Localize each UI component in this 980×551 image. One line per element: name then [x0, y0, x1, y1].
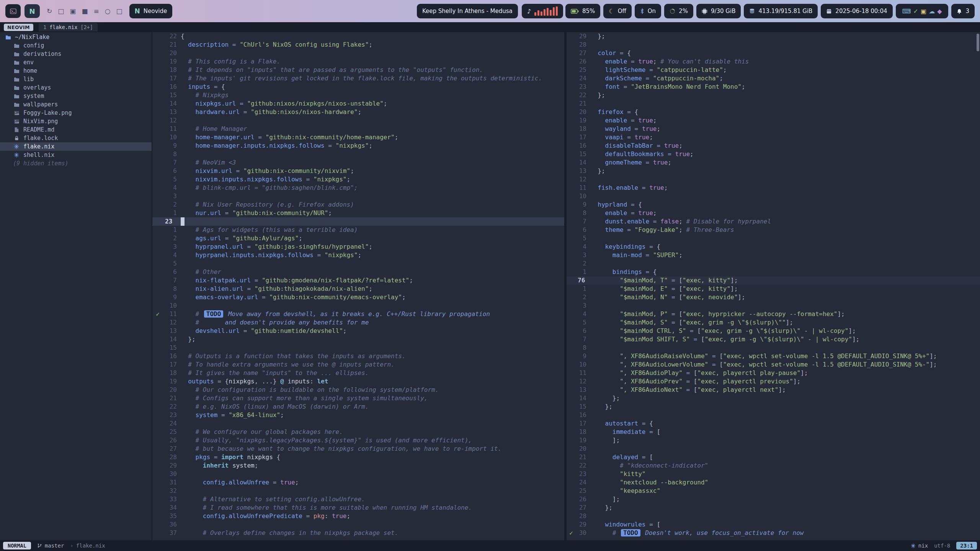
workspace-icon[interactable]: ○: [105, 7, 111, 15]
code-line[interactable]: 19 ];: [567, 436, 980, 445]
code-line[interactable]: 3: [567, 302, 980, 310]
code-line[interactable]: 2 "$mainMod, N" = ["exec, neovide"];: [567, 293, 980, 302]
music-visualizer-pill[interactable]: ♪: [522, 4, 563, 18]
code-line[interactable]: 10: [567, 192, 980, 201]
code-line[interactable]: 11 ", XF86AudioPlay" = ["exec, playerctl…: [567, 369, 980, 377]
code-line[interactable]: 2 ags.url = "github:Aylur/ags";: [152, 234, 564, 243]
code-line[interactable]: 13 hardware.url = "github:nixos/nixos-ha…: [152, 108, 564, 116]
code-line[interactable]: 13 ", XF86AudioNext" = ["exec, playerctl…: [567, 386, 980, 394]
disk-module[interactable]: 413.19/915.81 GiB: [744, 4, 818, 18]
code-line[interactable]: 21: [567, 99, 980, 108]
code-line[interactable]: 17 # To handle extra arguments we use th…: [152, 360, 564, 369]
tree-item-lib[interactable]: lib: [0, 75, 152, 83]
tree-root-nixflake[interactable]: ~/NixFlake: [0, 33, 152, 41]
code-line[interactable]: 24: [152, 419, 564, 428]
code-line[interactable]: 34 # I read somewhere that this is more …: [152, 504, 564, 512]
code-line[interactable]: 19 outputs = {nixpkgs, ...} @ inputs: le…: [152, 377, 564, 386]
code-line[interactable]: 7 nix-flatpak.url = "github:gmodena/nix-…: [152, 276, 564, 285]
workspace-icon[interactable]: ▣: [70, 7, 76, 15]
code-line[interactable]: 27 # but because we want to change the n…: [152, 445, 564, 453]
code-line[interactable]: 22 # "kdeconnect-indicator": [567, 461, 980, 470]
tree-item-NixVim.png[interactable]: NixVim.png: [0, 117, 152, 126]
code-line[interactable]: 11 # Home Manager: [152, 125, 564, 133]
code-line[interactable]: 30: [152, 470, 564, 478]
code-line[interactable]: 15: [152, 344, 564, 352]
code-line[interactable]: 32: [152, 487, 564, 495]
code-line[interactable]: 19 enable = true;: [567, 116, 980, 125]
code-line[interactable]: 16 inputs = {: [152, 83, 564, 91]
code-line[interactable]: 2: [567, 259, 980, 268]
app-icon[interactable]: ◆: [937, 8, 942, 15]
workspace-icon[interactable]: ■: [82, 7, 88, 15]
code-line[interactable]: 21 delayed = [: [567, 453, 980, 461]
code-line[interactable]: 8: [567, 344, 980, 352]
code-line[interactable]: 76 "$mainMod, T" = ["exec, kitty"];: [567, 276, 980, 285]
code-line[interactable]: 35 config.allowUnfreePredicate = pkg: tr…: [152, 512, 564, 520]
code-line[interactable]: 15 # Nixpkgs: [152, 91, 564, 99]
code-line[interactable]: 5: [567, 234, 980, 243]
code-line[interactable]: 12: [567, 175, 980, 184]
code-line[interactable]: 10: [152, 302, 564, 310]
code-line[interactable]: 27 };: [567, 504, 980, 512]
code-line[interactable]: 9 emacs-overlay.url = "github:nix-commun…: [152, 293, 564, 302]
check-icon[interactable]: ✓: [913, 8, 918, 15]
code-line[interactable]: 8 nix-alien.url = "github:thiagokokada/n…: [152, 285, 564, 293]
code-line[interactable]: 2 # Nix User Repository (e.g. Firefox ad…: [152, 201, 564, 209]
code-line[interactable]: 14 gnomeTheme = true;: [567, 158, 980, 167]
tree-item-Foggy-Lake.png[interactable]: Foggy-Lake.png: [0, 109, 152, 117]
code-line[interactable]: 4 keybindings = {: [567, 243, 980, 251]
code-line[interactable]: 8 enable = true;: [567, 209, 980, 217]
code-line[interactable]: 27 color = {: [567, 49, 980, 57]
code-line[interactable]: 11 fish.enable = true;: [567, 184, 980, 192]
code-line[interactable]: 20: [152, 49, 564, 57]
code-line[interactable]: 26 # Usually, "nixpkgs.legacyPackages.${…: [152, 436, 564, 445]
tree-item-config[interactable]: config: [0, 41, 152, 50]
code-line[interactable]: 5 "$mainMod, S" = ["exec, grim -g \"$(sl…: [567, 318, 980, 327]
code-line[interactable]: 26 ];: [567, 495, 980, 504]
code-line[interactable]: 7 # NeoVim <3: [152, 158, 564, 167]
code-line[interactable]: 3 main-mod = "SUPER";: [567, 251, 980, 259]
code-line[interactable]: 20: [567, 445, 980, 453]
code-line[interactable]: 1 # Ags for widgets (this was a terrible…: [152, 226, 564, 234]
code-line[interactable]: 23 "kitty": [567, 470, 980, 478]
code-line[interactable]: 26 enable = true; # You can't disable th…: [567, 57, 980, 66]
tree-item-system[interactable]: system: [0, 92, 152, 100]
code-line[interactable]: 4 # blink-cmp.url = "github:saghen/blink…: [152, 184, 564, 192]
workspace-icon[interactable]: ↻: [47, 7, 52, 15]
workspace-neovide[interactable]: N: [24, 4, 40, 18]
code-line[interactable]: 5: [152, 259, 564, 268]
dnd-module[interactable]: ☾ Off: [603, 4, 632, 18]
tree-item-shell.nix[interactable]: shell.nix: [0, 151, 152, 159]
code-line[interactable]: 24 "nextcloud --background": [567, 478, 980, 487]
code-line[interactable]: 4 "$mainMod, P" = ["exec, hyprpicker --a…: [567, 310, 980, 318]
code-line[interactable]: 20 firefox = {: [567, 108, 980, 116]
code-line[interactable]: 23 font = "JetBrainsMono Nerd Font Mono"…: [567, 83, 980, 91]
code-line[interactable]: 13 };: [567, 167, 980, 175]
code-line[interactable]: 17 # The inputs' git revisions get locke…: [152, 74, 564, 83]
code-line[interactable]: 1 bindings = {: [567, 268, 980, 276]
code-line[interactable]: 20 # Our configuration is buildable on t…: [152, 386, 564, 394]
code-line[interactable]: 25 lightScheme = "catppuccin-latte";: [567, 66, 980, 74]
code-line[interactable]: 22 # e.g. NixOS (linux) and MacOS (darwi…: [152, 403, 564, 411]
code-line[interactable]: 36: [152, 520, 564, 529]
code-line[interactable]: 12 # and doesn't provide any benefits fo…: [152, 318, 564, 327]
code-line[interactable]: 3 hyprpanel.url = "github:jas-singhfsu/h…: [152, 243, 564, 251]
cloud-icon[interactable]: ☁: [929, 8, 935, 15]
code-line[interactable]: 15 };: [567, 403, 980, 411]
keyboard-icon[interactable]: ⌨: [902, 8, 911, 15]
code-line[interactable]: 14 nixpkgs.url = "github:nixos/nixpkgs/n…: [152, 99, 564, 108]
code-line[interactable]: 12: [152, 116, 564, 125]
code-line[interactable]: 13 devshell.url = "github:numtide/devshe…: [152, 327, 564, 335]
code-line[interactable]: ✓30 # TODO Doesn't work, use focus_on_ac…: [567, 529, 980, 537]
code-line[interactable]: 23 system = "x86_64-linux";: [152, 411, 564, 419]
code-line[interactable]: 6 "$mainMod CTRL, S" = ["exec, grim -g \…: [567, 327, 980, 335]
tree-item-flake.lock[interactable]: flake.lock: [0, 134, 152, 142]
code-line[interactable]: ✓11 # TODO Move away from devshell, as i…: [152, 310, 564, 318]
code-line[interactable]: 16 disableTabBar = true;: [567, 142, 980, 150]
code-line[interactable]: 6 theme = "Foggy-Lake"; # Three-Bears: [567, 226, 980, 234]
code-line[interactable]: 33 # Alternative to setting config.allow…: [152, 495, 564, 504]
code-line[interactable]: 29 };: [567, 32, 980, 41]
code-line[interactable]: 10 ", XF86AudioLowerVolume" = ["exec, wp…: [567, 360, 980, 369]
git-branch[interactable]: master: [37, 543, 64, 549]
code-line[interactable]: 3: [152, 192, 564, 201]
